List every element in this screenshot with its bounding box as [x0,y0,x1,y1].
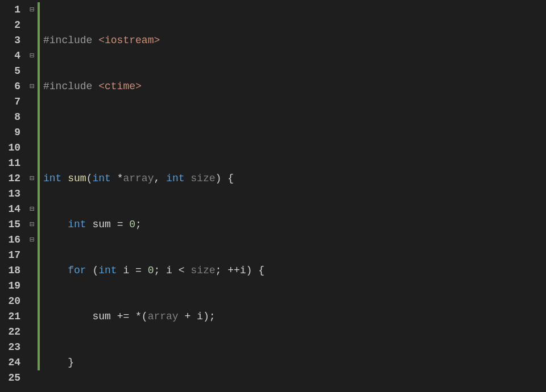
fold-toggle-icon[interactable]: ⊟ [26,48,38,64]
fold-toggle-icon[interactable] [26,64,38,79]
fold-toggle-icon[interactable] [26,324,38,340]
line-number: 22 [3,324,20,340]
line-number: 10 [3,140,20,156]
line-number: 3 [3,33,20,48]
fold-toggle-icon[interactable]: ⊟ [26,2,38,18]
fold-toggle-icon[interactable] [26,355,38,370]
fold-toggle-icon[interactable] [26,156,38,171]
code-line[interactable]: int sum = 0; [43,217,461,232]
line-number: 7 [3,94,20,110]
code-line[interactable]: sum += *(array + i); [43,309,461,324]
fold-toggle-icon[interactable] [26,18,38,33]
fold-toggle-icon[interactable]: ⊟ [26,217,38,232]
code-line[interactable]: int sum(int *array, int size) { [43,171,461,186]
fold-toggle-icon[interactable] [26,370,38,386]
line-number: 23 [3,340,20,355]
fold-toggle-icon[interactable]: ⊟ [26,232,38,248]
fold-toggle-icon[interactable] [26,125,38,140]
fold-toggle-icon[interactable]: ⊟ [26,171,38,186]
fold-toggle-icon[interactable]: ⊟ [26,202,38,217]
fold-toggle-icon[interactable] [26,278,38,294]
code-line[interactable]: for (int i = 0; i < size; ++i) { [43,263,461,278]
line-number: 24 [3,355,20,370]
line-number: 2 [3,18,20,33]
line-number: 20 [3,294,20,309]
fold-toggle-icon[interactable]: ⊟ [26,79,38,94]
fold-toggle-icon[interactable] [26,309,38,324]
code-area[interactable]: #include <iostream> #include <ctime> int… [40,0,461,392]
line-number: 11 [3,156,20,171]
code-line[interactable] [43,125,461,140]
fold-toggle-icon[interactable] [26,248,38,263]
line-number: 18 [3,263,20,278]
line-number: 9 [3,125,20,140]
code-editor: 1 2 3 4 5 6 7 8 9 10 11 12 13 14 15 16 1… [0,0,546,392]
code-line[interactable]: #include <iostream> [43,33,461,48]
fold-toggle-icon[interactable] [26,263,38,278]
line-number: 25 [3,370,20,386]
line-number: 8 [3,110,20,125]
line-number: 19 [3,278,20,294]
line-number: 21 [3,309,20,324]
fold-toggle-icon[interactable] [26,33,38,48]
line-number: 6 [3,79,20,94]
code-line[interactable]: #include <ctime> [43,79,461,94]
fold-gutter: ⊟ ⊟ ⊟ ⊟ ⊟ ⊟ ⊟ [26,0,38,392]
fold-toggle-icon[interactable] [26,294,38,309]
line-number-gutter: 1 2 3 4 5 6 7 8 9 10 11 12 13 14 15 16 1… [0,0,26,392]
fold-toggle-icon[interactable] [26,140,38,156]
fold-toggle-icon[interactable] [26,186,38,202]
fold-toggle-icon[interactable] [26,94,38,110]
line-number: 14 [3,202,20,217]
line-number: 12 [3,171,20,186]
line-number: 4 [3,48,20,64]
line-number: 17 [3,248,20,263]
line-number: 5 [3,64,20,79]
line-number: 13 [3,186,20,202]
code-line[interactable]: } [43,355,461,370]
line-number: 1 [3,2,20,18]
fold-toggle-icon[interactable] [26,110,38,125]
line-number: 16 [3,232,20,248]
fold-toggle-icon[interactable] [26,340,38,355]
line-number: 15 [3,217,20,232]
